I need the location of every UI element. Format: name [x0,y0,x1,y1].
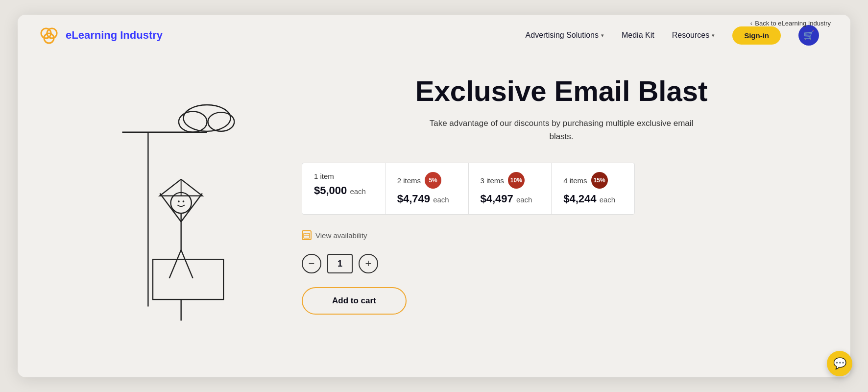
pricing-item-1-header: 1 item [314,172,373,180]
svg-line-14 [160,194,181,222]
logo-icon [37,24,61,47]
svg-point-10 [183,200,185,202]
view-availability[interactable]: View availability [302,230,821,240]
pricing-item-4-unit: each [600,196,616,204]
pricing-item-2-count: 2 items [397,176,421,185]
main-content: Exclusive Email Blast Take advantage of … [18,56,850,360]
view-availability-label: View availability [315,231,367,240]
add-to-cart-button[interactable]: Add to cart [302,287,407,315]
pricing-item-2-unit: each [433,196,449,204]
logo-link[interactable]: eLearning Industry [37,24,163,47]
pricing-item-3-header: 3 items 10% [481,172,540,189]
svg-line-13 [181,250,193,278]
pricing-item-4-price: $4,244 each [563,193,623,205]
back-link-wrapper: ‹ Back to eLearning Industry [750,20,831,27]
svg-point-9 [178,200,180,202]
pricing-item-1-count: 1 item [314,172,334,180]
pricing-item-3: 3 items 10% $4,497 each [469,163,552,214]
pricing-item-2-header: 2 items 5% [397,172,457,189]
pricing-item-3-price: $4,497 each [481,193,540,205]
pricing-item-2-price: $4,749 each [397,193,457,205]
nav-resources[interactable]: Resources ▾ [672,31,715,40]
pricing-item-1: 1 item $5,000 each [302,163,386,214]
back-link[interactable]: Back to eLearning Industry [755,20,831,27]
product-area: Exclusive Email Blast Take advantage of … [302,66,821,340]
pricing-item-1-unit: each [350,187,366,196]
pricing-row: 1 item $5,000 each 2 items 5% $4,749 [302,163,635,215]
illustration-area [47,66,282,340]
svg-line-12 [169,250,181,278]
pricing-item-1-price: $5,000 each [314,184,373,197]
svg-rect-18 [153,259,223,299]
signin-button[interactable]: Sign-in [732,26,781,45]
product-description: Take advantage of our discounts by purch… [424,117,699,143]
cart-icon: 🛒 [803,30,814,41]
nav-advertising-solutions[interactable]: Advertising Solutions ▾ [526,31,604,40]
chat-icon: 💬 [833,357,846,370]
nav-media-kit[interactable]: Media Kit [622,31,654,40]
cart-button[interactable]: 🛒 [798,25,819,46]
pricing-item-3-count: 3 items [481,176,504,185]
discount-badge-15: 15% [591,172,608,189]
back-chevron-icon: ‹ [750,20,752,27]
quantity-row: − 1 + [302,254,821,273]
calendar-icon [302,230,312,240]
logo-text: eLearning Industry [66,29,163,42]
resources-chevron-icon: ▾ [712,32,715,39]
hero-illustration [62,80,267,325]
page-container: ‹ Back to eLearning Industry eLearning I… [18,15,850,377]
main-nav: Advertising Solutions ▾ Media Kit Resour… [526,25,819,46]
pricing-item-2: 2 items 5% $4,749 each [386,163,469,214]
discount-badge-5: 5% [425,172,441,189]
product-title: Exclusive Email Blast [302,75,821,107]
quantity-display: 1 [327,254,353,273]
discount-badge-10: 10% [508,172,525,189]
svg-point-3 [183,105,230,131]
pricing-item-3-unit: each [516,196,532,204]
header: ‹ Back to eLearning Industry eLearning I… [18,15,850,56]
pricing-item-4-count: 4 items [563,176,587,185]
pricing-item-4: 4 items 15% $4,244 each [552,163,634,214]
chat-bubble-button[interactable]: 💬 [827,351,852,376]
svg-rect-20 [304,233,310,238]
advertising-solutions-chevron-icon: ▾ [601,32,604,39]
svg-line-15 [181,194,202,222]
quantity-decrease-button[interactable]: − [302,254,321,273]
quantity-increase-button[interactable]: + [359,254,378,273]
pricing-item-4-header: 4 items 15% [563,172,623,189]
